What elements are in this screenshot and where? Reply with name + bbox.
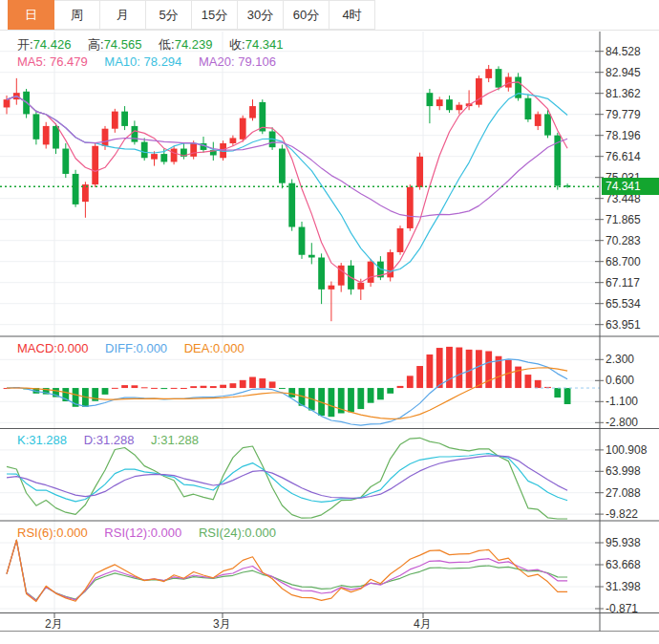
macd-value: 0.000 — [57, 341, 89, 355]
axis-tick-label: 68.700 — [606, 255, 641, 268]
axis-tick-label: 95.938 — [606, 536, 641, 549]
axis-tick-label: 71.865 — [606, 213, 641, 226]
diff-label: DIFF: — [105, 341, 137, 355]
d-label: D: — [84, 433, 96, 447]
axis-tick-label: 81.362 — [606, 87, 641, 100]
low-label: 低: — [159, 37, 175, 52]
low-value: 74.239 — [175, 37, 213, 52]
diff-value: 0.000 — [137, 341, 168, 355]
axis-tick-label: 78.196 — [606, 129, 641, 142]
ma20-label: MA20: — [199, 54, 235, 69]
high-value: 74.565 — [104, 37, 142, 52]
kdj-legend: K:31.288 D:31.288 J:31.288 — [17, 433, 212, 447]
ma10-label: MA10: — [104, 54, 140, 69]
chart-canvas[interactable] — [0, 0, 659, 644]
axis-tick-label: 79.779 — [606, 108, 641, 121]
d-value: 31.288 — [96, 433, 135, 447]
rsi6-label: RSI(6): — [17, 526, 56, 540]
axis-tick-label: 31.398 — [606, 580, 641, 593]
month-label: 3月 — [213, 616, 231, 633]
rsi-legend: RSI(6):0.000 RSI(12):0.000 RSI(24):0.000 — [17, 526, 289, 540]
j-label: J: — [151, 433, 160, 447]
axis-tick-label: 2.300 — [606, 353, 634, 366]
month-label: 2月 — [45, 616, 63, 633]
axis-tick-label: 76.614 — [606, 150, 641, 163]
rsi6-value: 0.000 — [56, 526, 88, 540]
axis-tick-label: 84.528 — [606, 45, 641, 58]
axis-tick-label: 63.951 — [606, 318, 641, 332]
ma-legend: MA5: 76.479 MA10: 78.294 MA20: 79.106 — [17, 54, 289, 69]
kline-chart-app: 日 周 月 5分 15分 30分 60分 4时 开:74.426 高:74.56… — [0, 0, 659, 644]
close-value: 74.341 — [245, 37, 284, 52]
axis-tick-label: 0.600 — [606, 374, 634, 387]
high-label: 高: — [88, 37, 104, 52]
k-value: 31.288 — [29, 433, 67, 447]
ma5-label: MA5: — [17, 54, 46, 69]
axis-tick-label: 63.668 — [606, 558, 641, 571]
macd-legend: MACD:0.000 DIFF:0.000 DEA:0.000 — [17, 341, 258, 355]
close-label: 收: — [229, 37, 245, 52]
axis-tick-label: 67.117 — [606, 276, 640, 290]
ma5-value: 76.479 — [50, 54, 88, 69]
axis-tick-label: 82.945 — [606, 66, 641, 79]
rsi12-value: 0.000 — [151, 526, 182, 540]
j-value: 31.288 — [160, 433, 199, 447]
axis-tick-label: -1.100 — [606, 395, 638, 408]
ma10-value: 78.294 — [144, 54, 182, 69]
axis-tick-label: 65.534 — [606, 297, 641, 311]
open-value: 74.426 — [33, 37, 72, 52]
current-price-badge: 74.341 — [602, 178, 659, 195]
axis-tick-label: -0.871 — [606, 602, 638, 615]
axis-tick-label: 27.088 — [606, 486, 641, 500]
axis-tick-label: -9.822 — [606, 507, 638, 521]
axis-tick-label: 63.998 — [606, 464, 641, 478]
k-label: K: — [17, 433, 29, 447]
month-label: 4月 — [414, 616, 432, 633]
axis-tick-label: 70.283 — [606, 234, 641, 247]
rsi24-value: 0.000 — [244, 526, 276, 540]
axis-tick-label: -2.800 — [606, 416, 638, 429]
macd-label: MACD: — [17, 341, 57, 355]
open-label: 开: — [17, 37, 33, 52]
ohlc-legend: 开:74.426 高:74.565 低:74.239 收:74.341 — [17, 36, 296, 54]
ma20-value: 79.106 — [238, 54, 276, 69]
dea-value: 0.000 — [213, 341, 244, 355]
axis-tick-label: 100.908 — [606, 443, 647, 457]
rsi24-label: RSI(24): — [199, 526, 244, 540]
dea-label: DEA: — [184, 341, 213, 355]
rsi12-label: RSI(12): — [104, 526, 150, 540]
